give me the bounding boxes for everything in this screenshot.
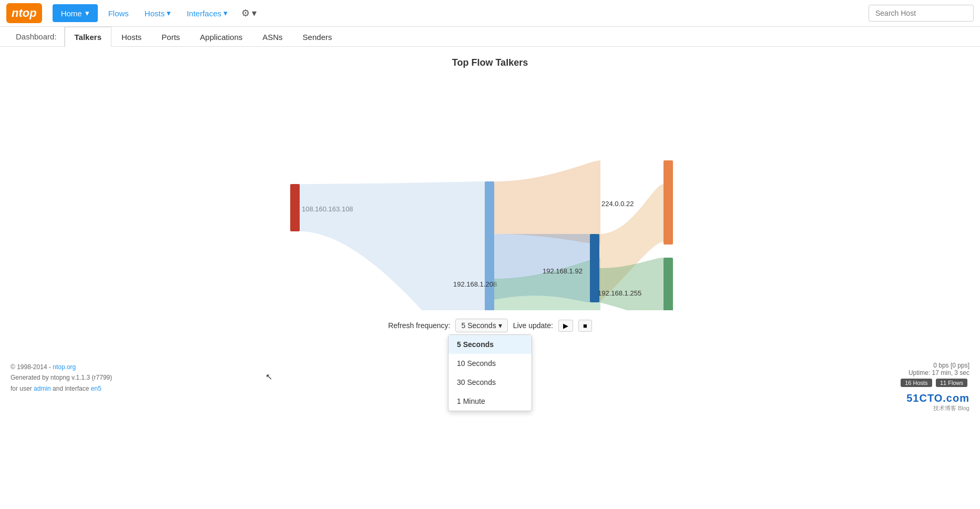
interfaces-link[interactable]: Interfaces ▾ <box>181 4 233 22</box>
label-right-0: 224.0.0.22 <box>601 200 634 208</box>
main-content: Top Flow Talkers 108.160.163.108 192.168… <box>0 47 980 343</box>
live-update-label: Live update: <box>513 321 553 330</box>
dropdown-chevron-icon: ▾ <box>498 321 502 330</box>
gear-button[interactable]: ⚙ ▾ <box>238 3 260 23</box>
generated-text: Generated by ntopng v.1.1.3 (r7799) <box>11 372 112 383</box>
hosts-link[interactable]: Hosts ▾ <box>139 4 176 22</box>
label-midright-0: 192.168.1.92 <box>543 267 583 275</box>
label-right-1: 192.168.1.255 <box>598 289 641 297</box>
uptime-text: Uptime: 17 min, 3 sec <box>901 369 969 376</box>
label-middle-left: 192.168.1.208 <box>453 280 497 288</box>
refresh-label: Refresh frequency: <box>388 321 450 330</box>
cursor-indicator: ↖ <box>266 372 272 382</box>
home-button[interactable]: Home ▾ <box>53 4 98 22</box>
user-prefix: for user <box>11 385 32 392</box>
watermark-text: 51CTO.com <box>901 392 969 404</box>
watermark-sub-text: 技术博客 Blog <box>901 404 969 412</box>
tab-talkers[interactable]: Talkers <box>65 27 111 47</box>
sankey-svg: 108.160.163.108 192.168.1.208 192.168.1.… <box>274 79 706 310</box>
tab-applications[interactable]: Applications <box>190 27 252 47</box>
interface-prefix: and interface <box>53 385 89 392</box>
gear-chevron-icon: ▾ <box>252 7 257 19</box>
node-left-0 <box>290 184 300 231</box>
tab-ports[interactable]: Ports <box>151 27 190 47</box>
copyright-text: © 1998-2014 - <box>11 363 51 371</box>
tab-bar: Dashboard: Talkers Hosts Ports Applicati… <box>0 27 980 47</box>
hosts-chevron-icon: ▾ <box>167 8 171 18</box>
search-input[interactable] <box>869 5 974 22</box>
tab-hosts[interactable]: Hosts <box>111 27 151 47</box>
refresh-current: 5 Seconds <box>461 321 496 330</box>
refresh-bar: Refresh frequency: 5 Seconds ▾ Live upda… <box>11 319 969 332</box>
stats-text: 0 bps [0 pps] <box>901 362 969 369</box>
footer-right: 0 bps [0 pps] Uptime: 17 min, 3 sec 16 H… <box>901 362 969 412</box>
option-1m[interactable]: 1 Minute <box>448 392 532 411</box>
refresh-dropdown[interactable]: 5 Seconds ▾ <box>455 319 507 332</box>
flow-mid-to-right-orange <box>494 160 600 245</box>
sankey-chart: 108.160.163.108 192.168.1.208 192.168.1.… <box>274 79 706 310</box>
option-10s[interactable]: 10 Seconds <box>448 354 532 373</box>
node-middle-left <box>485 181 494 310</box>
tab-asns[interactable]: ASNs <box>252 27 292 47</box>
play-button[interactable]: ▶ <box>558 320 573 332</box>
refresh-dropdown-menu: 5 Seconds 10 Seconds 30 Seconds 1 Minute <box>448 334 532 411</box>
flows-link[interactable]: Flows <box>103 5 134 22</box>
tab-senders[interactable]: Senders <box>293 27 342 47</box>
option-30s[interactable]: 30 Seconds <box>448 373 532 392</box>
ntop-link[interactable]: ntop.org <box>53 363 76 371</box>
dashboard-label: Dashboard: <box>8 27 65 46</box>
interfaces-chevron-icon: ▾ <box>223 8 228 18</box>
logo[interactable]: ntop <box>6 3 42 23</box>
chart-title: Top Flow Talkers <box>11 57 969 68</box>
interface-link[interactable]: en5 <box>91 385 101 392</box>
home-chevron-icon: ▾ <box>85 8 89 18</box>
navbar: ntop Home ▾ Flows Hosts ▾ Interfaces ▾ ⚙… <box>0 0 980 27</box>
node-right-0 <box>663 160 673 245</box>
flow-left-to-middle <box>300 181 485 310</box>
home-label: Home <box>61 9 82 18</box>
flows-badge: 11 Flows <box>936 379 967 387</box>
gear-icon: ⚙ <box>241 7 250 19</box>
option-5s[interactable]: 5 Seconds <box>448 335 532 354</box>
hosts-badge: 16 Hosts <box>901 379 932 387</box>
user-link[interactable]: admin <box>34 385 51 392</box>
node-right-1 <box>663 258 673 310</box>
stop-button[interactable]: ■ <box>578 320 592 332</box>
watermark-area: 51CTO.com 技术博客 Blog <box>901 392 969 412</box>
footer-left: © 1998-2014 - ntop.org Generated by ntop… <box>11 362 112 394</box>
